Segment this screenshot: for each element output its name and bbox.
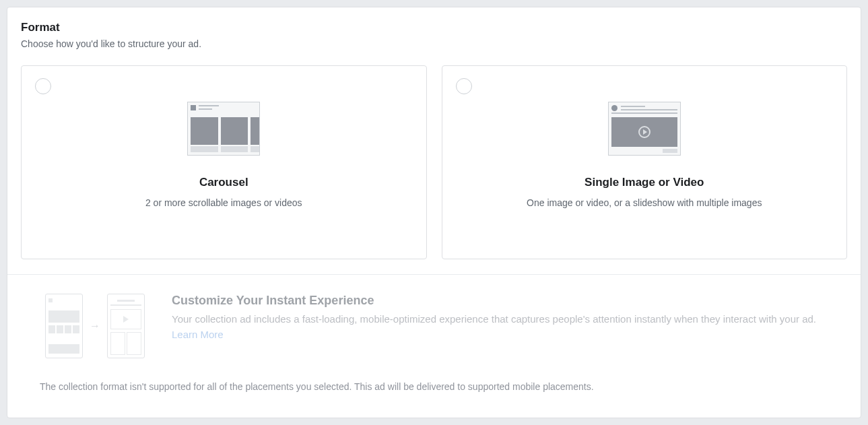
instant-experience-title: Customize Your Instant Experience [172, 294, 840, 308]
placement-note-row: The collection format isn't supported fo… [7, 370, 861, 403]
single-thumbnail-icon [608, 102, 681, 156]
instant-experience-illustration-icon: → [45, 294, 145, 358]
arrow-right-icon: → [90, 320, 100, 332]
radio-carousel[interactable] [35, 78, 51, 94]
option-single[interactable]: Single Image or Video One image or video… [442, 65, 848, 259]
format-header: Format Choose how you'd like to structur… [7, 7, 861, 65]
instant-experience-desc: Your collection ad includes a fast-loadi… [172, 312, 840, 342]
option-carousel-desc: 2 or more scrollable images or videos [145, 197, 302, 208]
instant-experience-block: → Customize Your Instant Experience Your… [7, 275, 861, 370]
option-single-desc: One image or video, or a slideshow with … [527, 197, 762, 208]
section-title: Format [21, 21, 847, 34]
section-subtitle: Choose how you'd like to structure your … [21, 38, 847, 49]
play-icon [638, 126, 650, 138]
instant-desc-text: Your collection ad includes a fast-loadi… [172, 313, 816, 325]
learn-more-link[interactable]: Learn More [172, 329, 224, 340]
placement-note-text: The collection format isn't supported fo… [40, 381, 840, 392]
option-carousel[interactable]: Carousel 2 or more scrollable images or … [21, 65, 427, 259]
carousel-thumbnail-icon [187, 102, 260, 156]
format-options: Carousel 2 or more scrollable images or … [7, 65, 861, 274]
option-carousel-title: Carousel [199, 176, 248, 189]
instant-experience-text: Customize Your Instant Experience Your c… [172, 294, 840, 342]
format-card: Format Choose how you'd like to structur… [7, 7, 861, 418]
radio-single[interactable] [456, 78, 472, 94]
option-single-title: Single Image or Video [585, 176, 704, 189]
